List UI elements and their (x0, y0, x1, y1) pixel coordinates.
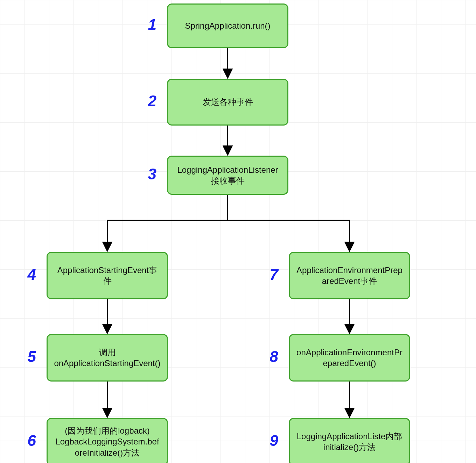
flow-node-label: (因为我们用的logback) LogbackLoggingSystem.bef… (53, 425, 161, 458)
flow-node-n6: (因为我们用的logback) LogbackLoggingSystem.bef… (47, 418, 168, 463)
flow-node-number-7: 7 (261, 266, 278, 283)
flow-node-number-2: 2 (139, 92, 156, 110)
flow-node-number-8: 8 (261, 348, 278, 365)
edges-layer (0, 0, 476, 463)
flow-node-n7: ApplicationEnvironmentPreparedEvent事件 (289, 252, 410, 299)
flow-node-label: LoggingApplicationListener接收事件 (174, 164, 282, 186)
flow-node-number-5: 5 (19, 348, 36, 365)
flow-node-label: 发送各种事件 (203, 97, 253, 107)
flow-node-label: onApplicationEnvironmentPreparedEvent() (295, 347, 404, 369)
flow-node-label: ApplicationStartingEvent事件 (53, 265, 161, 286)
flow-node-n3: LoggingApplicationListener接收事件 (167, 156, 288, 195)
flow-node-n5: 调用onApplicationStartingEvent() (47, 334, 168, 382)
flow-node-n1: SpringApplication.run() (167, 3, 288, 48)
flow-node-number-3: 3 (139, 165, 156, 183)
flow-node-label: ApplicationEnvironmentPreparedEvent事件 (295, 265, 404, 286)
flow-node-n9: LoggingApplicationListe内部initialize()方法 (289, 418, 410, 463)
flow-node-n2: 发送各种事件 (167, 79, 288, 126)
flow-node-n4: ApplicationStartingEvent事件 (47, 252, 168, 299)
flow-node-number-4: 4 (19, 266, 36, 283)
flow-node-number-1: 1 (139, 16, 156, 34)
flowchart-canvas: SpringApplication.run()1发送各种事件2LoggingAp… (0, 0, 476, 463)
flow-node-n8: onApplicationEnvironmentPreparedEvent() (289, 334, 410, 382)
flow-node-number-9: 9 (261, 432, 278, 449)
flow-node-label: 调用onApplicationStartingEvent() (53, 347, 161, 369)
flow-node-label: LoggingApplicationListe内部initialize()方法 (295, 431, 404, 453)
flow-node-label: SpringApplication.run() (185, 20, 270, 31)
flow-node-number-6: 6 (19, 432, 36, 449)
